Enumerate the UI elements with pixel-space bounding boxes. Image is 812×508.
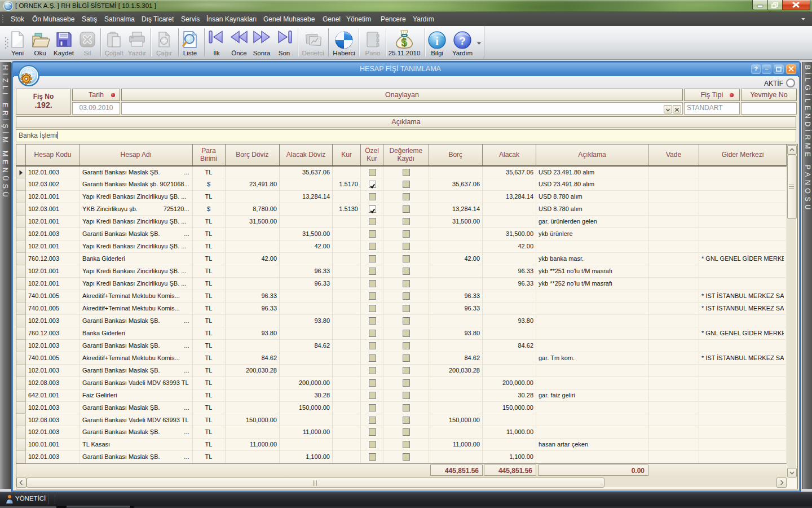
svg-text:i: i bbox=[435, 35, 439, 47]
svg-text:?: ? bbox=[459, 35, 466, 47]
